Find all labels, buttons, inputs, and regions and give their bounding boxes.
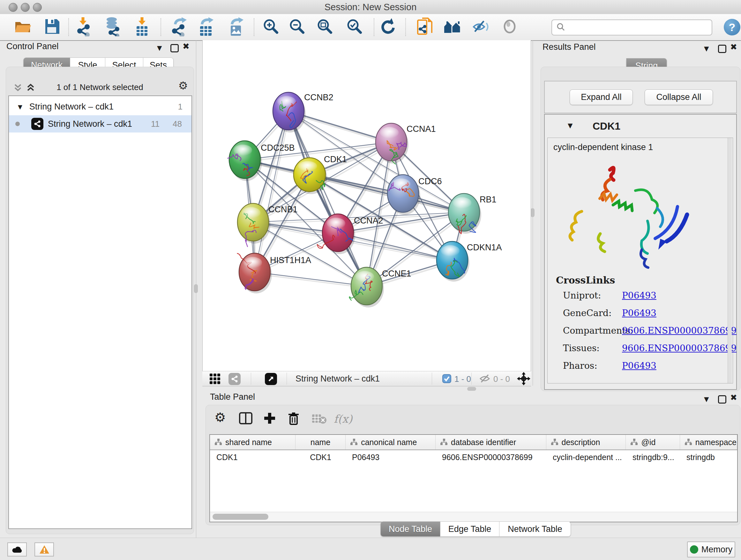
node-label-CCNA2: CCNA2	[354, 216, 383, 226]
column-header-2[interactable]: canonical name	[346, 435, 435, 449]
import-table-icon[interactable]	[133, 17, 151, 38]
results-panel-close-icon[interactable]: ✖	[730, 42, 737, 52]
table-panel-close-icon[interactable]: ✖	[730, 393, 737, 402]
zoom-out-icon[interactable]	[288, 18, 306, 37]
column-header-1[interactable]: name	[295, 435, 346, 449]
home-networks-icon[interactable]	[443, 18, 462, 36]
crosslink-tissues[interactable]: 9606.ENSP00000378699	[622, 343, 737, 354]
import-network-icon[interactable]	[75, 17, 93, 38]
cell-3[interactable]: 9606.ENSP00000378699	[435, 453, 546, 462]
string-view-icon[interactable]	[228, 373, 241, 385]
table-header-row: shared namenamecanonical namedatabase id…	[210, 435, 737, 450]
window-titlebar: Session: New Session	[0, 0, 741, 14]
cell-1[interactable]: CDK1	[295, 453, 346, 462]
table-panel-collapse-icon[interactable]: ▼	[704, 395, 709, 403]
column-label: namespace	[695, 438, 737, 447]
results-panel-float-icon[interactable]	[718, 45, 726, 53]
network-graph[interactable]: CCNB2CCNA1CDC25BCDK1CDC6RB1CCNB1CCNA2CDK…	[203, 40, 531, 371]
network-tree: ▼ String Network – cdk1 1 String Network…	[8, 96, 192, 529]
column-header-3[interactable]: database identifier	[435, 435, 546, 449]
gene-card: ▼ CDK1 cyclin-dependent kinase 1	[544, 114, 737, 390]
cell-5[interactable]: stringdb:9...	[626, 453, 680, 462]
expand-all-button[interactable]: Expand All	[569, 89, 633, 105]
network-row-selected[interactable]: String Network – cdk1 11 48	[9, 115, 192, 132]
search-input[interactable]	[568, 21, 712, 34]
export-network-icon[interactable]	[170, 17, 188, 38]
collapse-all-button[interactable]: Collapse All	[645, 89, 713, 105]
hide-panel-eye-icon[interactable]	[472, 18, 489, 37]
cloud-button[interactable]	[7, 543, 27, 557]
crosslink-uniprot[interactable]: P06493	[622, 290, 657, 301]
birds-eye-view-icon[interactable]	[265, 373, 277, 385]
network-canvas[interactable]: CCNB2CCNA1CDC25BCDK1CDC6RB1CCNB1CCNA2CDK…	[202, 40, 531, 371]
column-header-4[interactable]: description	[546, 435, 626, 449]
right-splitter-handle[interactable]	[531, 208, 535, 217]
control-panel-float-icon[interactable]	[171, 44, 179, 52]
node-label-RB1: RB1	[480, 195, 496, 204]
show-columns-icon[interactable]	[239, 411, 253, 427]
crosslink-pharos[interactable]: P06493	[622, 361, 657, 371]
scrollbar-thumb[interactable]	[212, 514, 268, 520]
left-splitter-handle[interactable]	[194, 284, 198, 293]
tree-expand-icon[interactable]: ▼	[18, 104, 22, 110]
help-button[interactable]: ?	[724, 19, 740, 36]
table-panel-float-icon[interactable]	[718, 395, 726, 403]
delete-column-icon[interactable]	[286, 411, 300, 427]
table-horizontal-scrollbar[interactable]	[210, 512, 737, 522]
import-database-icon[interactable]	[104, 17, 122, 38]
zoom-selected-icon[interactable]	[346, 18, 363, 37]
refresh-icon[interactable]	[379, 17, 397, 37]
open-session-icon[interactable]	[14, 17, 31, 37]
control-panel-close-icon[interactable]: ✖	[183, 42, 190, 51]
warning-button[interactable]	[35, 543, 54, 557]
function-builder-icon: f(x)	[334, 413, 352, 425]
save-session-icon[interactable]	[44, 17, 60, 37]
column-header-6[interactable]: namespace	[680, 435, 737, 449]
crosslink-genecard[interactable]: P06493	[622, 308, 657, 318]
export-table-icon[interactable]	[198, 17, 215, 38]
show-eye-icon[interactable]	[501, 18, 518, 37]
cell-2[interactable]: P06493	[346, 453, 435, 462]
hidden-eye-icon	[479, 374, 490, 385]
gene-card-collapse-icon[interactable]: ▼	[568, 122, 572, 129]
fit-move-icon[interactable]	[517, 372, 530, 387]
network-options-gear-icon[interactable]: ⚙	[179, 79, 188, 92]
column-header-0[interactable]: shared name	[210, 435, 295, 449]
add-column-icon[interactable]	[263, 411, 276, 427]
export-image-icon[interactable]	[227, 17, 245, 38]
current-network-dot	[15, 122, 20, 126]
grid-view-icon[interactable]	[209, 373, 221, 386]
status-bar: Memory	[0, 538, 741, 560]
memory-button[interactable]: Memory	[687, 542, 735, 557]
cell-4[interactable]: cyclin-dependent ...	[546, 453, 626, 462]
crosslinks-title: CrossLinks	[556, 274, 737, 286]
gene-card-header[interactable]: ▼ CDK1	[545, 115, 736, 138]
zoom-fit-icon[interactable]	[316, 18, 333, 37]
results-scrollbar[interactable]	[728, 138, 732, 383]
column-label: database identifier	[451, 438, 516, 447]
crosslink-label: Tissues:	[556, 343, 622, 354]
zoom-in-icon[interactable]	[262, 18, 280, 37]
control-panel-title: Control Panel	[6, 42, 59, 51]
crosslink-compartments[interactable]: 9606.ENSP00000378699	[622, 325, 737, 336]
node-label-CCNB1: CCNB1	[268, 205, 298, 214]
network-collection-row[interactable]: ▼ String Network – cdk1 1	[9, 98, 192, 115]
column-header-5[interactable]: @id	[626, 435, 680, 449]
table-options-gear-icon[interactable]: ⚙	[214, 410, 226, 425]
cell-6[interactable]: stringdb	[680, 453, 737, 462]
bottom-splitter-handle[interactable]	[467, 387, 476, 391]
column-label: canonical name	[361, 438, 417, 447]
share-document-icon[interactable]	[416, 17, 434, 37]
tab-edge-table[interactable]: Edge Table	[441, 521, 499, 537]
control-panel-collapse-icon[interactable]: ▼	[157, 44, 162, 52]
selected-checkbox-icon[interactable]	[442, 374, 451, 384]
collection-count: 1	[178, 102, 183, 112]
cell-0[interactable]: CDK1	[210, 453, 295, 462]
tab-network-table[interactable]: Network Table	[499, 521, 571, 537]
search-field[interactable]	[551, 19, 712, 36]
string-results-body: Expand All Collapse All ▼ CDK1 cyclin-de…	[541, 67, 740, 391]
table-row[interactable]: CDK1CDK1P064939606.ENSP00000378699cyclin…	[210, 450, 737, 464]
results-panel-collapse-icon[interactable]: ▼	[704, 45, 709, 52]
tab-node-table[interactable]: Node Table	[381, 521, 441, 537]
selected-count: 1 - 0	[455, 374, 471, 384]
